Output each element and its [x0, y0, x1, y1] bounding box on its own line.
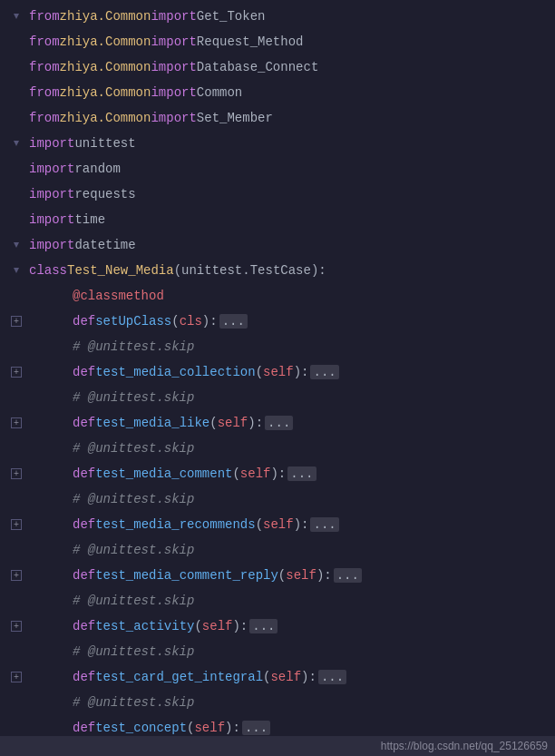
token-param: self — [263, 365, 294, 379]
fold-box[interactable]: + — [7, 316, 25, 327]
fold-arrow[interactable] — [7, 241, 25, 250]
fold-box[interactable]: + — [7, 417, 25, 428]
token-paren: ( — [278, 568, 286, 583]
token-module: zhiya.Common — [60, 34, 151, 49]
token-decorator: @classmethod — [73, 289, 164, 303]
token-kw-def: def — [73, 466, 95, 481]
code-line: +def test_activity(self):... — [0, 614, 555, 639]
token-paren: ( — [187, 721, 194, 735]
token-param: self — [286, 568, 316, 583]
token-ellipsis: ... — [287, 466, 316, 481]
token-name-white: Common — [197, 85, 242, 100]
svg-marker-2 — [14, 242, 19, 248]
token-paren: ): — [225, 721, 240, 735]
token-paren: ): — [294, 365, 309, 379]
fold-box[interactable]: + — [7, 570, 25, 581]
token-kw-import: import — [151, 9, 196, 24]
token-param: self — [202, 619, 233, 633]
code-line: # @unittest.skip — [0, 639, 555, 664]
token-name-white: datetime — [74, 238, 135, 252]
fold-arrow[interactable] — [7, 12, 25, 21]
token-paren: ): — [270, 466, 286, 481]
code-line: from zhiya.Common import Set_Member — [0, 105, 555, 131]
token-kw-def: def — [73, 568, 95, 583]
token-func-name: test_media_collection — [95, 365, 255, 379]
token-param: cls — [180, 314, 202, 329]
token-func-name: test_media_comment — [95, 466, 232, 481]
token-paren: ) — [311, 263, 318, 278]
token-kw-from: from — [29, 9, 60, 24]
token-ellipsis: ... — [318, 670, 346, 684]
token-kw-def: def — [73, 314, 95, 329]
code-line: # @unittest.skip — [0, 588, 555, 614]
fold-arrow[interactable] — [7, 266, 25, 275]
code-line: +def test_media_collection(self):... — [0, 359, 555, 385]
token-module: zhiya.Common — [60, 9, 151, 24]
statusbar-url: https://blog.csdn.net/qq_25126659 — [381, 740, 548, 752]
token-name-white: random — [74, 162, 120, 176]
code-line: +def test_media_comment(self):... — [0, 461, 555, 486]
token-func-name: test_media_recommends — [95, 517, 255, 532]
token-kw-import: import — [29, 212, 74, 227]
token-paren: ( — [171, 314, 179, 329]
token-kw-import: import — [151, 85, 196, 100]
token-comment: # @unittest.skip — [73, 390, 194, 405]
token-func-name: setUpClass — [95, 314, 171, 329]
token-paren: ): — [301, 670, 316, 684]
svg-marker-0 — [14, 14, 19, 19]
token-func-name: test_card_get_integral — [95, 670, 263, 684]
token-ellipsis: ... — [310, 517, 338, 532]
fold-box[interactable]: + — [7, 468, 25, 479]
token-kw-def: def — [73, 619, 95, 633]
token-paren: ( — [194, 619, 201, 633]
token-name-white: requests — [74, 187, 135, 201]
token-paren: ( — [209, 416, 217, 430]
token-param: self — [270, 670, 301, 684]
token-paren: ): — [294, 517, 309, 532]
code-line: # @unittest.skip — [0, 385, 555, 410]
code-line: from zhiya.Common import Database_Connec… — [0, 54, 555, 80]
token-paren: ( — [174, 263, 181, 278]
token-kw-def: def — [73, 365, 95, 379]
token-func-name: test_media_comment_reply — [95, 568, 278, 583]
fold-box[interactable]: + — [7, 519, 25, 530]
token-paren: ): — [232, 619, 248, 633]
code-line: +def test_media_like(self):... — [0, 410, 555, 436]
token-name-white: time — [74, 212, 105, 227]
token-kw-import: import — [29, 187, 74, 201]
token-module: zhiya.Common — [60, 60, 151, 74]
code-line: from zhiya.Common import Get_Token — [0, 4, 555, 29]
token-paren: ( — [256, 365, 263, 379]
code-line: import unittest — [0, 131, 555, 156]
code-line: # @unittest.skip — [0, 690, 555, 715]
fold-box[interactable]: + — [7, 672, 25, 682]
token-kw-from: from — [29, 111, 60, 125]
token-ellipsis: ... — [249, 619, 278, 633]
token-name-white: Database_Connect — [197, 60, 318, 74]
code-line: # @unittest.skip — [0, 486, 555, 512]
fold-box[interactable]: + — [7, 621, 25, 632]
token-comment: # @unittest.skip — [73, 594, 194, 608]
token-comment: # @unittest.skip — [73, 339, 194, 354]
token-kw-def: def — [73, 670, 95, 684]
token-module: zhiya.Common — [60, 85, 151, 100]
code-line: from zhiya.Common import Common — [0, 80, 555, 105]
token-paren: ( — [232, 466, 239, 481]
token-comment: # @unittest.skip — [73, 543, 194, 557]
code-line: from zhiya.Common import Request_Method — [0, 29, 555, 54]
code-editor: from zhiya.Common import Get_Tokenfrom z… — [0, 0, 555, 756]
token-kw-def: def — [73, 721, 95, 735]
token-class-name: Test_New_Media — [67, 263, 174, 278]
token-comment: # @unittest.skip — [73, 492, 194, 506]
code-line: # @unittest.skip — [0, 436, 555, 461]
token-paren: ): — [202, 314, 218, 329]
token-ellipsis: ... — [265, 416, 293, 430]
token-kw-class: class — [29, 263, 67, 278]
fold-box[interactable]: + — [7, 367, 25, 378]
code-line: import random — [0, 156, 555, 182]
fold-arrow[interactable] — [7, 139, 25, 148]
code-line: +def test_card_get_integral(self):... — [0, 664, 555, 690]
token-kw-from: from — [29, 34, 60, 49]
statusbar: https://blog.csdn.net/qq_25126659 — [0, 736, 555, 756]
svg-marker-3 — [14, 268, 19, 273]
